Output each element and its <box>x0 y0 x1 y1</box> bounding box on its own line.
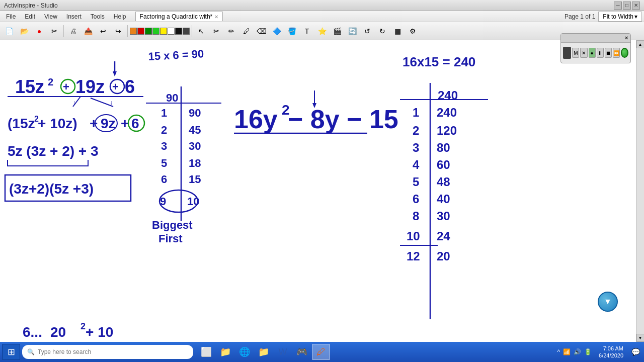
svg-text:3: 3 <box>161 140 167 152</box>
media-record-button[interactable]: ● <box>589 48 596 58</box>
tool-rotate2[interactable]: ↺ <box>360 24 374 38</box>
svg-text:2: 2 <box>48 76 53 87</box>
tool-scissors[interactable]: ✂ <box>209 24 223 38</box>
svg-text:6: 6 <box>131 116 139 131</box>
tool-unknown1[interactable]: ✂ <box>47 24 61 38</box>
tray-volume[interactable]: 🔊 <box>573 348 582 355</box>
close-button[interactable]: ✕ <box>632 2 640 10</box>
media-m-button[interactable]: M <box>572 48 579 58</box>
color-green[interactable] <box>152 28 159 35</box>
tool-extra[interactable]: ⚙ <box>406 24 420 38</box>
media-panel-close-button[interactable]: ✕ <box>624 35 628 41</box>
tool-export[interactable]: 📤 <box>81 24 95 38</box>
floating-action-button[interactable]: ▼ <box>598 292 618 312</box>
color-orange[interactable] <box>130 28 137 35</box>
tool-grid[interactable]: ▦ <box>390 24 405 38</box>
separator1 <box>63 25 64 37</box>
svg-text:1: 1 <box>161 107 167 119</box>
color-yellow[interactable] <box>160 28 167 35</box>
tab-close-button[interactable]: ✕ <box>214 14 218 20</box>
menu-view[interactable]: View <box>40 12 61 21</box>
taskbar-game[interactable]: 🎮 <box>293 344 311 360</box>
menu-edit[interactable]: Edit <box>21 12 39 21</box>
media-thumbnail <box>563 47 571 59</box>
media-stop2-button[interactable]: ⏹ <box>605 48 612 58</box>
tray-battery[interactable]: 🔋 <box>583 348 593 355</box>
document-tab[interactable]: Factoring a Quadratic with* ✕ <box>135 12 223 21</box>
tray-network[interactable]: 📶 <box>562 348 572 355</box>
menu-insert[interactable]: Insert <box>62 12 86 21</box>
color-palette <box>130 28 190 35</box>
media-forward-button[interactable]: ⏩ <box>613 48 620 58</box>
taskbar-task-view[interactable]: ⬜ <box>197 344 215 360</box>
taskbar-folder[interactable]: 📁 <box>255 344 273 360</box>
svg-text:1: 1 <box>413 106 419 119</box>
tool-stamp[interactable]: ⭐ <box>315 24 329 38</box>
menu-tools[interactable]: Tools <box>87 12 109 21</box>
scrollbar-right[interactable]: ▲ ▼ <box>636 40 644 342</box>
menu-help[interactable]: Help <box>110 12 130 21</box>
scroll-up-arrow[interactable]: ▲ <box>636 40 645 48</box>
fit-dropdown-icon: ▾ <box>634 13 637 20</box>
window-controls: ─ □ ✕ <box>614 2 640 10</box>
color-red[interactable] <box>137 28 144 35</box>
search-bar[interactable]: 🔍 <box>22 345 193 359</box>
svg-text:48: 48 <box>437 175 450 189</box>
tool-text[interactable]: T <box>300 24 314 38</box>
tool-print[interactable]: 🖨 <box>66 24 80 38</box>
search-input[interactable] <box>38 348 188 355</box>
svg-text:↓: ↓ <box>73 99 76 106</box>
tool-eraser[interactable]: ⌫ <box>255 24 269 38</box>
menu-file[interactable]: File <box>2 12 20 21</box>
minimize-button[interactable]: ─ <box>614 2 622 10</box>
scroll-track[interactable] <box>636 48 644 334</box>
tool-media[interactable]: 🎬 <box>330 24 344 38</box>
tool-undo[interactable]: ↩ <box>96 24 110 38</box>
color-darkgreen[interactable] <box>145 28 152 35</box>
svg-text:90: 90 <box>166 92 178 104</box>
svg-text:9z: 9z <box>101 116 116 131</box>
canvas-area[interactable]: 15 x 6 = 90 15z 2 + 19z + 6 ↓ <box>0 40 636 342</box>
tool-shape[interactable]: 🔷 <box>270 24 284 38</box>
svg-text:+ 10z): + 10z) <box>38 116 77 131</box>
scroll-down-arrow[interactable]: ▼ <box>636 334 645 342</box>
taskbar-activinspire[interactable]: 🖊 <box>312 344 330 360</box>
svg-text:+ 10: + 10 <box>86 324 113 340</box>
svg-text:↓: ↓ <box>110 99 113 106</box>
tool-pen[interactable]: ✏ <box>224 24 238 38</box>
media-pause-button[interactable]: ⏸ <box>597 48 604 58</box>
tool-open[interactable]: 📂 <box>17 24 31 38</box>
color-darkgray[interactable] <box>183 28 190 35</box>
taskbar-file-explorer[interactable]: 📁 <box>216 344 234 360</box>
svg-text:4: 4 <box>413 158 420 171</box>
color-white[interactable] <box>168 28 175 35</box>
color-black[interactable] <box>175 28 182 35</box>
start-button[interactable]: ⊞ <box>2 344 20 360</box>
tool-select[interactable]: ↖ <box>194 24 208 38</box>
tool-highlighter[interactable]: 🖊 <box>239 24 254 38</box>
tray-chevron[interactable]: ^ <box>556 348 561 355</box>
taskbar-word[interactable]: W <box>274 344 292 360</box>
svg-text:Biggest: Biggest <box>152 219 193 231</box>
svg-text:60: 60 <box>437 158 450 171</box>
media-controls: M ✕ ● ⏸ ⏹ ⏩ <box>561 43 630 63</box>
svg-marker-2 <box>113 71 117 76</box>
tool-rotate3[interactable]: ↻ <box>375 24 389 38</box>
taskbar-edge[interactable]: 🌐 <box>235 344 254 360</box>
tool-redo[interactable]: ↪ <box>111 24 125 38</box>
system-clock[interactable]: 7:06 AM 6/24/2020 <box>595 345 627 359</box>
svg-text:9: 9 <box>160 195 166 208</box>
maximize-button[interactable]: □ <box>623 2 631 10</box>
svg-text:24: 24 <box>437 229 450 243</box>
tool-new[interactable]: 📄 <box>2 24 16 38</box>
fit-to-width-button[interactable]: Fit to Width ▾ <box>598 12 642 22</box>
tool-circle-red[interactable]: ● <box>32 24 46 38</box>
svg-text:240: 240 <box>437 106 457 119</box>
notification-button[interactable]: 💬 <box>629 348 642 356</box>
svg-text:6...: 6... <box>23 324 42 340</box>
system-tray: ^ 📶 🔊 🔋 <box>556 348 593 355</box>
tool-rotate[interactable]: 🔄 <box>345 24 359 38</box>
media-stop-button[interactable]: ✕ <box>580 48 587 58</box>
tool-fill[interactable]: 🪣 <box>285 24 299 38</box>
svg-text:80: 80 <box>437 141 450 154</box>
